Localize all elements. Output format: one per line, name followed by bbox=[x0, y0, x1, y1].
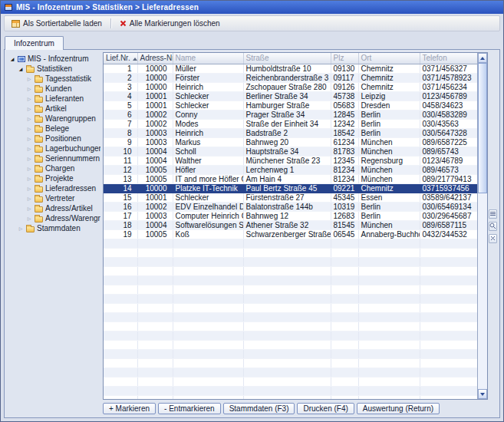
tree-item-projekte[interactable]: ▷Projekte bbox=[8, 173, 100, 183]
expand-icon[interactable]: ▷ bbox=[26, 136, 32, 142]
table-row[interactable]: 810003HeinrichBadstraße 218542Berlin030/… bbox=[104, 128, 477, 137]
empty-cell bbox=[358, 377, 420, 386]
cell: 12342 bbox=[331, 119, 358, 128]
expand-icon[interactable]: ▷ bbox=[26, 116, 32, 122]
tree-item-lieferadressen[interactable]: ▷Lieferadressen bbox=[8, 183, 100, 193]
table-row[interactable]: 310000HeinrichZschopauer Straße 28009126… bbox=[104, 82, 477, 91]
empty-row bbox=[104, 349, 477, 358]
empty-cell bbox=[243, 321, 331, 331]
table-row[interactable]: 210000FörsterReichenbranderstraße 309117… bbox=[104, 73, 477, 82]
tree-item-stammdaten[interactable]: ▷Stammdaten bbox=[8, 223, 100, 233]
empty-row bbox=[104, 257, 477, 266]
expand-icon[interactable]: ▷ bbox=[26, 156, 32, 162]
scrollbar-track[interactable] bbox=[478, 63, 487, 389]
content-panel: ◢MIS - Infozentrum◢Statistiken▷Tagesstat… bbox=[4, 49, 500, 418]
table-row[interactable]: 710002ModesStraße der Einheit 3412342Ber… bbox=[104, 119, 477, 128]
vertical-scrollbar[interactable] bbox=[477, 53, 487, 399]
table-row[interactable]: 1910005KoßSchwarzenberger Straße06545Ann… bbox=[104, 229, 477, 239]
tree-item-chargen[interactable]: ▷Chargen bbox=[8, 163, 100, 173]
cell: 089/6587115 bbox=[420, 220, 477, 229]
column-header-name[interactable]: Name bbox=[173, 53, 243, 64]
scrollbar-thumb[interactable] bbox=[478, 63, 487, 193]
column-header-stra-e[interactable]: Straße bbox=[243, 53, 331, 64]
grip-icon[interactable] bbox=[489, 209, 497, 219]
expand-icon[interactable]: ▷ bbox=[26, 176, 32, 182]
tree-item-adress-artikel[interactable]: ▷Adress/Artikel bbox=[8, 203, 100, 213]
stammdaten-f3-button[interactable]: Stammdaten (F3) bbox=[223, 403, 295, 414]
table-row[interactable]: 1510001SchleckerFürstenstraße 2745345Ess… bbox=[104, 193, 477, 202]
clear-all-marks-button[interactable]: Alle Markierungen löschen bbox=[115, 17, 225, 30]
expand-icon[interactable]: ▷ bbox=[26, 196, 32, 202]
tab-infozentrum[interactable]: Infozentrum bbox=[5, 36, 64, 50]
empty-row bbox=[104, 321, 477, 331]
tree-item-belege[interactable]: ▷Belege bbox=[8, 124, 100, 134]
cell: Annaberg-Buchholz bbox=[358, 229, 420, 239]
table-row[interactable]: 610002ConnyPrager Straße 3412845Berlin03… bbox=[104, 110, 477, 119]
table-row[interactable]: 510001SchleckerHamburger Straße05683Dres… bbox=[104, 101, 477, 110]
cell: Schwarzenberger Straße bbox=[243, 229, 331, 239]
empty-cell bbox=[137, 386, 173, 395]
column-header-telefon[interactable]: Telefon bbox=[420, 53, 477, 64]
tree-item-positionen[interactable]: ▷Positionen bbox=[8, 134, 100, 143]
expand-icon[interactable]: ▷ bbox=[26, 166, 32, 172]
empty-cell bbox=[243, 285, 331, 294]
tree-item-statistiken[interactable]: ◢Statistiken bbox=[8, 64, 100, 74]
table-row[interactable]: 110000MüllerHumboldtstraße 1009130Chemni… bbox=[104, 64, 477, 73]
table-row[interactable]: 1310005IT and more Höfler OHGAm Hain 481… bbox=[104, 174, 477, 183]
drucken-f4-button[interactable]: Drucken (F4) bbox=[297, 403, 354, 414]
tree-item-seriennummern[interactable]: ▷Seriennummern bbox=[8, 153, 100, 163]
cell: 10005 bbox=[137, 229, 173, 239]
collapse-icon[interactable]: ◢ bbox=[9, 56, 15, 62]
scroll-down-button[interactable] bbox=[478, 389, 487, 399]
tree-item-warengruppen[interactable]: ▷Warengruppen bbox=[8, 114, 100, 124]
empty-cell bbox=[358, 285, 420, 294]
expand-icon[interactable]: ▷ bbox=[26, 216, 32, 222]
cell: 18542 bbox=[331, 128, 358, 137]
expand-icon[interactable]: ▷ bbox=[26, 186, 32, 192]
table-row[interactable]: 1210005HöflerLerchenweg 181234München089… bbox=[104, 165, 477, 174]
cell: 3 bbox=[104, 82, 137, 91]
tree-item-lagerbuchungen[interactable]: ▷Lagerbuchungen bbox=[8, 143, 100, 153]
expand-icon[interactable]: ▷ bbox=[26, 206, 32, 212]
expand-icon[interactable]: ▷ bbox=[26, 96, 32, 102]
table-row[interactable]: 410001SchleckerBerliner Straße 3445738Le… bbox=[104, 91, 477, 101]
scroll-up-button[interactable] bbox=[478, 53, 487, 63]
expand-icon[interactable]: ▷ bbox=[26, 76, 32, 82]
column-header-plz[interactable]: Plz bbox=[331, 53, 358, 64]
empty-cell bbox=[331, 257, 358, 266]
tree-item-adress-warengruppen[interactable]: ▷Adress/Warengruppen bbox=[8, 213, 100, 223]
table-row[interactable]: 1810004Softwarelösungen Scholl GmbAthene… bbox=[104, 220, 477, 229]
empty-cell bbox=[331, 239, 358, 248]
expand-icon[interactable]: ▷ bbox=[26, 86, 32, 92]
column-header-lief-nr[interactable]: Lief.Nr. bbox=[104, 53, 137, 64]
table-row[interactable]: 1110004WaltherMünchener Straße 2312345Re… bbox=[104, 156, 477, 165]
tree-item-kunden[interactable]: ▷Kunden bbox=[8, 84, 100, 94]
expand-icon[interactable]: ▷ bbox=[18, 226, 24, 232]
empty-cell bbox=[331, 248, 358, 257]
markieren-button[interactable]: + Markieren bbox=[103, 403, 156, 414]
load-sort-table-button[interactable]: Als Sortiertabelle laden bbox=[7, 17, 107, 30]
entmarkieren-button[interactable]: - Entmarkieren bbox=[158, 403, 221, 414]
column-header-adress-nr[interactable]: Adress-Nr. bbox=[137, 53, 173, 64]
collapse-icon[interactable]: ◢ bbox=[18, 66, 24, 72]
table-row[interactable]: 1610002EDV Einzelhandel Dietsch GmbBalat… bbox=[104, 202, 477, 211]
folder-icon bbox=[35, 77, 43, 83]
column-header-ort[interactable]: Ort bbox=[358, 53, 420, 64]
auswertung-return-button[interactable]: Auswertung (Return) bbox=[357, 403, 440, 414]
tree-item-lieferanten[interactable]: ▷Lieferanten bbox=[8, 94, 100, 104]
expand-icon[interactable]: ▷ bbox=[26, 106, 32, 112]
tree-item-artikel[interactable]: ▷Artikel bbox=[8, 104, 100, 114]
table-row[interactable]: 910003MarkusBahnweg 2061234München089/65… bbox=[104, 137, 477, 147]
expand-icon[interactable]: ▷ bbox=[26, 146, 32, 152]
table-row[interactable]: 1010004SchollHauptstraße 3481783München0… bbox=[104, 147, 477, 156]
table-row[interactable]: 1710003Computer Heinrich GmbHBahnweg 121… bbox=[104, 211, 477, 220]
magnifier-icon[interactable] bbox=[489, 222, 497, 231]
clear-marks-icon bbox=[120, 20, 127, 27]
table-row[interactable]: 1410000Platzke IT-TechnikPaul Bertz Stra… bbox=[104, 183, 477, 193]
close-icon[interactable] bbox=[489, 234, 497, 243]
tree-item-tagesstatistik[interactable]: ▷Tagesstatistik bbox=[8, 74, 100, 84]
expand-icon[interactable]: ▷ bbox=[26, 126, 32, 132]
tree-item-vertreter[interactable]: ▷Vertreter bbox=[8, 193, 100, 203]
tree-item-mis-infozentrum[interactable]: ◢MIS - Infozentrum bbox=[8, 54, 100, 64]
folder-icon bbox=[35, 216, 43, 223]
